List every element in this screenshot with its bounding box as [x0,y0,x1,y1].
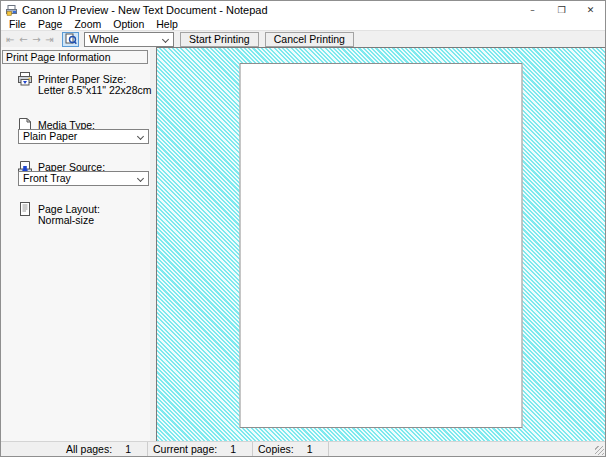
menu-bar: File Page Zoom Option Help [1,19,605,30]
maximize-button[interactable]: ❒ [547,1,576,19]
cancel-printing-button[interactable]: Cancel Printing [265,32,354,47]
canon-ij-preview-window: Canon IJ Preview - New Text Document - N… [0,0,606,457]
page-layout-value: Normal-size [38,214,94,226]
magnifier-page-icon [65,33,77,45]
menu-option[interactable]: Option [107,19,150,30]
print-page-information-panel: Print Page Information Printer Paper Siz… [1,47,150,441]
close-button[interactable]: ✕ [576,1,605,19]
toolbar: ⇤ ← → ⇥ Whole Start Printing Cancel Prin… [1,30,605,47]
copies-label: Copies: [258,443,294,455]
menu-page[interactable]: Page [32,19,69,30]
paper-source-value: Front Tray [23,172,71,185]
content-area: Print Page Information Printer Paper Siz… [1,47,605,441]
copies-status: Copies: 1 [253,442,329,456]
chevron-down-icon [137,133,144,140]
resize-grip[interactable] [595,446,604,455]
page-layout-icon [17,202,33,216]
start-printing-button[interactable]: Start Printing [180,32,259,47]
window-controls: – ❒ ✕ [518,1,605,19]
current-page-status: Current page: 1 [148,442,253,456]
whole-view-toggle-button[interactable] [62,32,79,47]
media-type-select[interactable]: Plain Paper [18,129,149,144]
copies-value: 1 [307,443,313,455]
panel-header: Print Page Information [2,50,148,64]
printer-icon [17,72,33,86]
last-page-button[interactable]: ⇥ [43,32,56,47]
menu-help[interactable]: Help [150,19,184,30]
minimize-button[interactable]: – [518,1,547,19]
page-preview [240,63,523,428]
chevron-down-icon [137,175,144,182]
preview-area [156,47,605,441]
status-bar: All pages: 1 Current page: 1 Copies: 1 [1,441,605,456]
all-pages-value: 1 [125,443,131,455]
first-page-button[interactable]: ⇤ [4,32,17,47]
menu-zoom[interactable]: Zoom [68,19,107,30]
previous-page-button[interactable]: ← [17,32,30,47]
current-page-value: 1 [230,443,236,455]
printer-paper-size-value: Letter 8.5"x11" 22x28cm [38,84,152,96]
zoom-level-value: Whole [89,33,119,46]
media-type-value: Plain Paper [23,130,77,143]
app-icon [6,5,17,16]
zoom-level-select[interactable]: Whole [84,32,174,47]
chevron-down-icon [162,35,169,42]
paper-source-select[interactable]: Front Tray [18,171,149,186]
window-title: Canon IJ Preview - New Text Document - N… [22,1,268,19]
next-page-button[interactable]: → [30,32,43,47]
title-bar: Canon IJ Preview - New Text Document - N… [1,1,605,19]
all-pages-status: All pages: 1 [61,442,148,456]
menu-file[interactable]: File [3,19,32,30]
current-page-label: Current page: [153,443,217,455]
all-pages-label: All pages: [66,443,112,455]
